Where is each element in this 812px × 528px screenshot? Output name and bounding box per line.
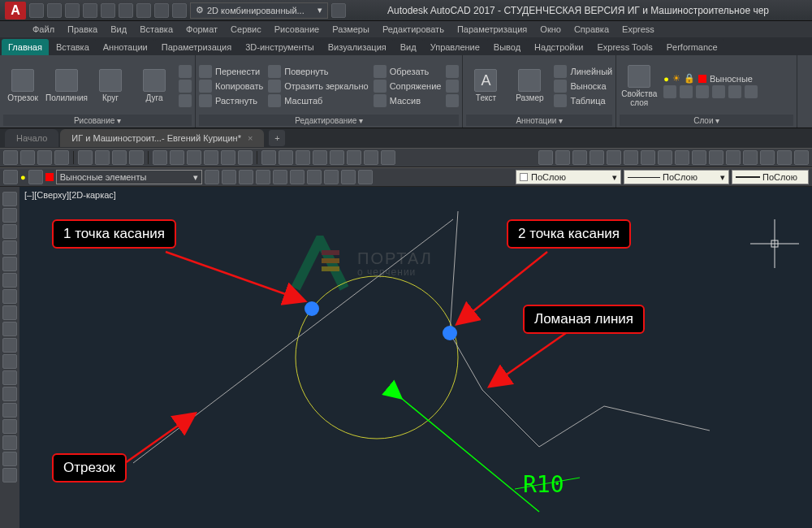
tb1-btn[interactable]	[261, 150, 276, 165]
tb2-btn[interactable]	[307, 170, 322, 184]
qat-new-icon[interactable]	[29, 3, 44, 18]
tb1-btn[interactable]	[555, 150, 570, 165]
tab-addons[interactable]: Надстройки	[528, 39, 590, 55]
ltool-rect-icon[interactable]	[2, 257, 17, 271]
menu-insert[interactable]: Вставка	[140, 24, 173, 34]
qat-menu-icon[interactable]	[331, 3, 346, 18]
qat-save-icon[interactable]	[65, 3, 80, 18]
tb2-btn[interactable]	[28, 170, 43, 184]
tab-active-file[interactable]: ИГ и Машиностроит...- Евгений Курицин*×	[60, 129, 264, 147]
tab-insert[interactable]: Вставка	[50, 39, 96, 55]
tb1-btn[interactable]	[743, 150, 758, 165]
tb1-btn[interactable]	[95, 150, 110, 165]
tool-linear[interactable]: Линейный	[554, 65, 612, 78]
ltool-mtext-icon[interactable]	[2, 468, 17, 483]
tb1-btn[interactable]	[296, 150, 310, 165]
qat-plot-icon[interactable]	[101, 3, 115, 18]
tb2-btn[interactable]	[290, 170, 304, 184]
tab-annotate[interactable]: Аннотации	[97, 39, 154, 55]
tool-move[interactable]: Перенести	[199, 65, 263, 78]
color-combo[interactable]: ПоСлою▾	[516, 170, 621, 184]
ltool-block-icon[interactable]	[2, 354, 17, 369]
qat-saveas-icon[interactable]	[83, 3, 97, 18]
ltool-point-icon[interactable]	[2, 370, 17, 385]
new-tab-button[interactable]: +	[269, 130, 285, 146]
tb1-btn[interactable]	[760, 150, 775, 165]
menu-express[interactable]: Express	[622, 24, 654, 34]
workspace-selector[interactable]: ⚙ 2D комбинированный... ▾	[190, 2, 328, 19]
tool-polyline[interactable]: Полилиния	[47, 69, 86, 102]
tb1-btn[interactable]	[641, 150, 655, 165]
panel-annot-title[interactable]: Аннотации ▾	[466, 115, 612, 126]
tb1-btn[interactable]	[37, 150, 52, 165]
tab-view[interactable]: Вид	[394, 39, 423, 55]
drawing-canvas[interactable]: [–][Сверху][2D-каркас] ПОРТАЛ о черчении	[19, 187, 812, 528]
tab-output[interactable]: Вывод	[487, 39, 527, 55]
tb1-btn[interactable]	[538, 150, 553, 165]
ltool-circle-icon[interactable]	[2, 289, 17, 304]
tb1-btn[interactable]	[675, 150, 689, 165]
ltool-gradient-icon[interactable]	[2, 403, 17, 418]
tb1-btn[interactable]	[238, 150, 253, 165]
tab-performance[interactable]: Performance	[660, 39, 724, 55]
tool-trim[interactable]: Обрезать	[374, 65, 442, 78]
tb1-btn[interactable]	[3, 150, 18, 165]
tb1-btn[interactable]	[330, 150, 344, 165]
tb1-btn[interactable]	[129, 150, 144, 165]
layer-combo[interactable]: Выносные элементы▾	[56, 170, 202, 184]
tool-arc[interactable]: Дуга	[135, 69, 174, 102]
lineweight-combo[interactable]: ПоСлою	[732, 170, 809, 184]
tb2-btn[interactable]	[341, 170, 356, 184]
tb1-btn[interactable]	[187, 150, 201, 165]
tb1-btn[interactable]	[624, 150, 638, 165]
menu-view[interactable]: Вид	[110, 24, 127, 34]
tab-parametric[interactable]: Параметризация	[155, 39, 238, 55]
layer-tools-row[interactable]	[663, 85, 793, 98]
tab-manage[interactable]: Управление	[424, 39, 486, 55]
tb1-btn[interactable]	[726, 150, 741, 165]
tb1-btn[interactable]	[170, 150, 184, 165]
tb1-btn[interactable]	[709, 150, 723, 165]
ltool-polygon-icon[interactable]	[2, 240, 17, 255]
tb2-btn[interactable]	[205, 170, 219, 184]
tb1-btn[interactable]	[590, 150, 604, 165]
tool-erase[interactable]	[446, 65, 459, 78]
tb2-btn[interactable]	[358, 170, 373, 184]
tool-explode[interactable]	[446, 80, 459, 93]
tool-fillet[interactable]: Сопряжение	[374, 80, 442, 93]
menu-format[interactable]: Формат	[186, 24, 218, 34]
tab-express[interactable]: Express Tools	[590, 39, 659, 55]
tab-start[interactable]: Начало	[5, 129, 58, 147]
tool-table[interactable]: Таблица	[554, 94, 612, 107]
tool-array[interactable]: Массив	[374, 94, 442, 107]
tool-copy[interactable]: Копировать	[199, 80, 263, 93]
menu-tools[interactable]: Сервис	[231, 24, 261, 34]
tool-leader[interactable]: Выноска	[554, 80, 612, 93]
menu-edit[interactable]: Правка	[67, 24, 97, 34]
tool-scale[interactable]: Масштаб	[268, 94, 368, 107]
tb1-btn[interactable]	[777, 150, 792, 165]
menu-param[interactable]: Параметризация	[457, 24, 527, 34]
tb2-btn[interactable]	[324, 170, 339, 184]
qat-redo-icon[interactable]	[136, 3, 151, 18]
linetype-combo[interactable]: ПоСлою▾	[624, 170, 729, 184]
tb1-btn[interactable]	[279, 150, 293, 165]
tool-stretch[interactable]: Растянуть	[199, 94, 263, 107]
tb1-btn[interactable]	[54, 150, 69, 165]
tb1-btn[interactable]	[658, 150, 672, 165]
tb1-btn[interactable]	[112, 150, 127, 165]
tool-dimension[interactable]: Размер	[510, 69, 549, 102]
menu-window[interactable]: Окно	[540, 24, 561, 34]
ltool-hatch-icon[interactable]	[2, 387, 17, 401]
ltool-arc-icon[interactable]	[2, 273, 17, 288]
tb1-btn[interactable]	[204, 150, 218, 165]
tb1-btn[interactable]	[78, 150, 93, 165]
qat-undo-icon[interactable]	[119, 3, 133, 18]
menu-dim[interactable]: Размеры	[332, 24, 369, 34]
ltool-revcloud-icon[interactable]	[2, 305, 17, 320]
menu-help[interactable]: Справка	[574, 24, 609, 34]
tb1-btn[interactable]	[347, 150, 361, 165]
tb1-btn[interactable]	[153, 150, 167, 165]
app-logo[interactable]: A	[5, 2, 26, 19]
tool-mirror[interactable]: Отразить зеркально	[268, 80, 368, 93]
